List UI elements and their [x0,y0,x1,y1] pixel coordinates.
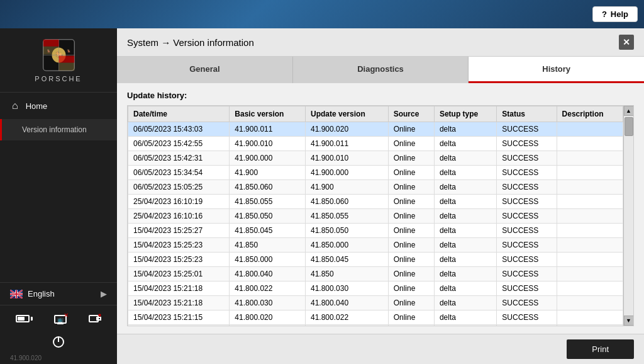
col-setup-type: Setup type [434,106,496,122]
table-header-row: Date/time Basic version Update version S… [128,106,623,122]
update-history-table: Date/time Basic version Update version S… [128,106,623,326]
col-basic-version: Basic version [230,106,306,122]
svg-rect-5 [43,40,58,47]
tabs: General Diagnostics History [117,57,644,83]
table-row[interactable]: 06/05/2023 15:05:2541.850.06041.900Onlin… [128,180,623,195]
scroll-down-button[interactable]: ▼ [624,316,634,326]
language-flag [10,290,23,299]
table-wrapper: Date/time Basic version Update version S… [127,105,634,326]
sidebar-item-home[interactable]: ⌂ Home [0,93,117,119]
table-area: Update history: Date/time Basic version … [117,83,644,334]
tab-diagnostics[interactable]: Diagnostics [293,57,469,83]
svg-text:🦌: 🦌 [47,48,51,54]
svg-rect-22 [57,324,64,324]
help-button[interactable]: ? Help [592,6,638,22]
power-button[interactable] [0,332,117,352]
power-icon [52,336,65,348]
table-row[interactable]: 15/04/2023 15:25:0141.800.04041.850Onlin… [128,267,623,282]
table-row[interactable]: 15/04/2023 15:21:1841.800.03041.800.040O… [128,296,623,310]
sidebar-spacer [0,140,117,282]
title-bar: System → Version information ✕ [117,28,644,57]
col-status: Status [497,106,557,122]
table-row[interactable]: 06/05/2023 15:42:5541.900.01041.900.011O… [128,137,623,151]
table-row[interactable]: 06/05/2023 15:43:0341.900.01141.900.020O… [128,122,623,137]
sidebar-language[interactable]: English ▶ [0,282,117,305]
close-button[interactable]: ✕ [619,35,634,50]
disconnect-button[interactable] [86,310,104,327]
table-row[interactable]: 15/04/2023 15:25:2341.850.00041.850.045O… [128,253,623,267]
scroll-up-button[interactable]: ▲ [624,106,634,116]
col-update-version: Update version [306,106,389,122]
topbar: ? Help [0,0,644,28]
table-body: 06/05/2023 15:43:0341.900.01141.900.020O… [128,122,623,326]
table-scroll-area[interactable]: Date/time Basic version Update version S… [128,106,623,326]
update-history-title: Update history: [127,91,634,100]
page-title: System → Version information [127,37,254,48]
help-icon: ? [602,9,607,19]
svg-rect-7 [58,56,74,63]
version-number: 41.900.020 [10,355,42,361]
battery-icon [16,315,33,322]
network-button[interactable]: 📺 ✕ [51,310,70,327]
svg-text:📺: 📺 [57,316,64,322]
table-row[interactable]: 15/04/2023 15:21:1241.800.01141.800.020O… [128,325,623,326]
table-row[interactable]: 15/04/2023 15:25:2741.850.04541.850.050O… [128,224,623,238]
footer: Print [117,334,644,364]
sidebar-version: 41.900.020 [0,352,117,364]
svg-rect-19 [10,293,23,295]
scroll-track [624,116,634,316]
language-label: English [28,289,55,299]
table-row[interactable]: 06/05/2023 15:42:3141.900.00041.900.010O… [128,151,623,166]
language-arrow-icon: ▶ [101,289,107,299]
table-row[interactable]: 06/05/2023 15:34:5441.90041.900.000Onlin… [128,166,623,180]
scroll-thumb[interactable] [625,117,633,136]
col-datetime: Date/time [128,106,230,122]
tab-general[interactable]: General [117,57,293,83]
sidebar-logo: 🐎 🦌 🦌 PORSCHE [0,28,117,93]
battery-button[interactable] [13,312,35,325]
home-icon: ⌂ [12,100,18,111]
col-description: Description [557,106,623,122]
svg-text:🦌: 🦌 [66,48,70,54]
sidebar: 🐎 🦌 🦌 PORSCHE ⌂ Home Version informat [0,28,117,364]
svg-rect-8 [58,63,74,71]
sidebar-item-version[interactable]: Version information [0,119,117,140]
scrollbar[interactable]: ▲ ▼ [623,106,633,326]
disconnect-icon [88,313,102,324]
tab-history[interactable]: History [469,57,644,83]
sidebar-home-label: Home [26,101,48,111]
table-row[interactable]: 15/04/2023 15:25:2341.85041.850.000Onlin… [128,238,623,253]
version-info-label: Version information [22,125,87,134]
main-layout: 🐎 🦌 🦌 PORSCHE ⌂ Home Version informat [0,28,644,364]
sidebar-bottom: 📺 ✕ [0,305,117,332]
table-row[interactable]: 25/04/2023 16:10:1941.850.05541.850.060O… [128,195,623,209]
table-row[interactable]: 25/04/2023 16:10:1641.850.05041.850.055O… [128,209,623,224]
col-source: Source [388,106,434,122]
table-row[interactable]: 15/04/2023 15:21:1841.800.02241.800.030O… [128,282,623,296]
help-label: Help [611,9,628,19]
content-area: System → Version information ✕ General D… [117,28,644,364]
network-x-icon: ✕ [64,312,69,319]
print-button[interactable]: Print [567,339,634,359]
brand-name: PORSCHE [35,75,82,82]
table-row[interactable]: 15/04/2023 15:21:1541.800.02041.800.022O… [128,310,623,325]
porsche-logo: 🐎 🦌 🦌 [42,38,76,72]
